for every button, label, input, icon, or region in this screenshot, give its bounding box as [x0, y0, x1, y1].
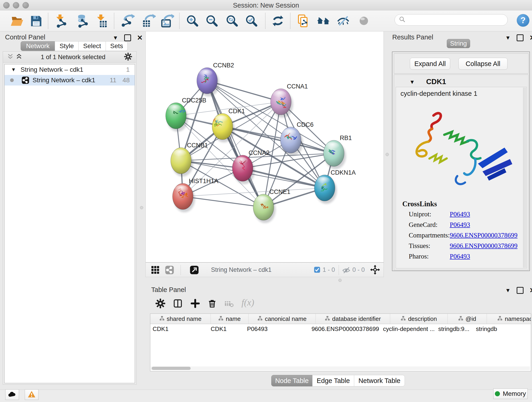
import-network-database-icon[interactable] [75, 14, 89, 28]
column-header-@id[interactable]: @id [448, 314, 487, 324]
expand-all-button[interactable]: Expand All [410, 58, 450, 70]
crosslink-link[interactable]: 9606.ENSP00000378699 [450, 242, 518, 249]
import-table-icon[interactable] [94, 14, 108, 28]
node-label: CDC25B [182, 97, 206, 104]
panel-float-icon[interactable] [517, 34, 524, 41]
warnings-button[interactable] [25, 389, 38, 400]
import-network-icon[interactable] [54, 14, 67, 28]
section-collapse-icon[interactable]: ▼ [409, 79, 415, 85]
horizontal-splitter-handle[interactable] [338, 279, 342, 282]
network-collection-row[interactable]: ▼ String Network – cdk1 1 [5, 64, 135, 75]
zoom-selected-icon[interactable] [245, 14, 259, 28]
panel-float-icon[interactable] [517, 287, 524, 294]
collapse-all-chevrons-icon[interactable] [7, 53, 13, 61]
expand-all-chevrons-icon[interactable] [16, 53, 22, 61]
network-node-rb1[interactable]: RB1 [323, 134, 352, 169]
table-horizontal-scrollbar[interactable] [151, 366, 530, 370]
network-node-cdkn1a[interactable]: CDKN1A [314, 169, 356, 204]
warning-icon [28, 391, 36, 399]
column-header-description[interactable]: description [390, 314, 448, 324]
network-node-ccnb2[interactable]: CCNB2 [197, 62, 234, 96]
refresh-layout-icon[interactable] [271, 14, 285, 28]
vertical-splitter-handle[interactable] [140, 206, 143, 209]
node-label: CCNA1 [287, 83, 308, 90]
panel-menu-icon[interactable]: ▼ [505, 287, 511, 294]
toolbar-separator [179, 13, 180, 29]
neighbors-houses-icon[interactable] [317, 14, 330, 28]
control-panel-title: Control Panel [5, 33, 45, 41]
tab-select[interactable]: Select [78, 41, 106, 51]
zoom-out-icon[interactable] [205, 14, 219, 28]
network-node-ccne1[interactable]: CCNE1 [253, 188, 291, 223]
cloud-status-button[interactable] [5, 389, 19, 400]
column-type-icon [159, 315, 165, 322]
crosslink-link[interactable]: P06493 [450, 211, 470, 218]
panel-float-icon[interactable] [124, 34, 131, 41]
panel-menu-icon[interactable]: ▼ [505, 35, 511, 41]
column-header-name[interactable]: name [211, 314, 249, 324]
help-button[interactable]: ? [517, 14, 530, 27]
network-node-ccnb1[interactable]: CCNB1 [171, 142, 208, 177]
column-header-database-identifier[interactable]: database identifier [316, 314, 390, 324]
show-all-icon[interactable] [357, 14, 371, 28]
table-settings-gear-icon[interactable] [155, 298, 165, 308]
panel-close-icon[interactable]: ✕ [137, 35, 143, 41]
zoom-fit-icon[interactable] [225, 14, 239, 28]
tab-edge-table[interactable]: Edge Table [312, 375, 354, 386]
tab-node-table[interactable]: Node Table [271, 375, 312, 386]
pan-crosshair-icon[interactable] [370, 264, 380, 276]
node-label: CCNB1 [187, 142, 208, 149]
hidden-eye-slash-icon[interactable] [342, 266, 351, 275]
vertical-splitter-handle[interactable] [386, 153, 389, 156]
delete-column-trash-icon[interactable] [207, 298, 217, 308]
open-session-icon[interactable] [10, 14, 24, 28]
show-columns-icon[interactable] [173, 298, 183, 308]
network-node-ccna1[interactable]: CCNA1 [271, 83, 308, 118]
crosslink-link[interactable]: P06493 [450, 253, 470, 260]
table-cell: CDK1 [209, 324, 245, 333]
crosslink-link[interactable]: 9606.ENSP00000378699 [450, 231, 518, 239]
table-row[interactable]: CDK1CDK1P064939606.ENSP00000378699cyclin… [150, 324, 531, 333]
crosslink-link[interactable]: P06493 [450, 221, 470, 229]
search-input[interactable] [394, 14, 508, 26]
collapse-all-button[interactable]: Collapse All [458, 58, 507, 70]
grid-view-icon[interactable] [151, 265, 160, 274]
panel-menu-icon[interactable]: ▼ [113, 35, 118, 41]
node-table[interactable]: shared namenamecanonical namedatabase id… [150, 313, 531, 371]
results-tab-string[interactable]: String [447, 39, 470, 48]
network-node-ccna2[interactable]: CCNA2 [232, 149, 270, 184]
tab-sets[interactable]: Sets [106, 41, 128, 51]
hide-selected-icon[interactable] [336, 14, 350, 28]
selected-checkbox-icon[interactable] [314, 267, 320, 273]
collection-label: String Network – cdk1 [21, 66, 83, 73]
gear-icon[interactable] [124, 52, 132, 62]
tab-style[interactable]: Style [55, 41, 79, 51]
panel-close-icon[interactable]: ✕ [530, 288, 532, 293]
tab-network-table[interactable]: Network Table [354, 375, 405, 386]
results-scrollbar[interactable] [523, 88, 526, 268]
application-window: Session: New Session ? Control Panel ▼ ✕… [0, 0, 532, 402]
column-header-namespace[interactable]: namespace [487, 314, 531, 324]
crosslink-label: Compartments: [409, 231, 450, 239]
add-column-icon[interactable] [190, 298, 200, 308]
save-session-icon[interactable] [29, 14, 43, 28]
panel-close-icon[interactable]: ✕ [530, 35, 532, 41]
tab-network[interactable]: Network [21, 41, 55, 51]
export-table-icon[interactable] [142, 14, 156, 28]
export-image-icon[interactable] [160, 14, 174, 28]
network-row-selected[interactable]: String Network – cdk1 11 48 [5, 75, 135, 85]
open-in-window-icon[interactable] [190, 265, 199, 274]
network-canvas[interactable]: CCNB2 CCNA1 CDC25B CDK1 CDC6 [146, 31, 384, 262]
export-network-icon[interactable] [121, 14, 135, 28]
network-thumbnail-icon[interactable] [165, 265, 174, 274]
column-header-canonical-name[interactable]: canonical name [249, 314, 316, 324]
table-cell: 9606.ENSP00000378699 [309, 324, 381, 333]
control-panel-controls: ▼ ✕ [113, 34, 143, 41]
tree-collapse-icon[interactable]: ▼ [11, 67, 16, 73]
string-document-icon[interactable] [296, 14, 310, 28]
toolbar-separator [114, 13, 114, 29]
memory-button[interactable]: Memory [493, 389, 528, 399]
scrollbar-thumb[interactable] [152, 367, 191, 370]
zoom-in-icon[interactable] [186, 14, 199, 28]
column-header-shared-name[interactable]: shared name [150, 314, 211, 324]
